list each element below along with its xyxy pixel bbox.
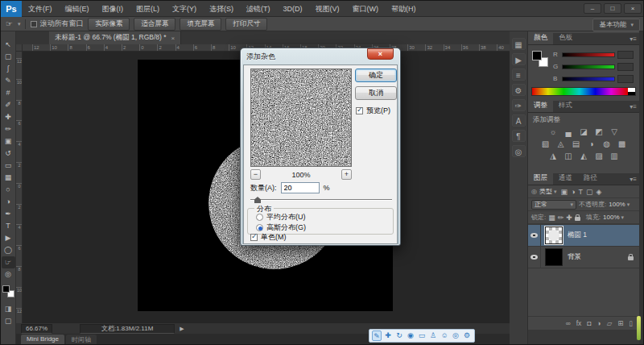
shirt-icon[interactable]: ♙ xyxy=(428,330,438,341)
shape-tool[interactable]: ◯ xyxy=(2,244,15,256)
adjustment-layer-icon[interactable]: ◑ xyxy=(597,319,601,327)
menu-item-视图(V)[interactable]: 视图(V) xyxy=(309,1,346,17)
fill-dropdown[interactable]: 100% ▾ xyxy=(603,214,624,221)
visibility-toggle[interactable] xyxy=(528,225,541,246)
dialog-titlebar[interactable]: 添加杂色 × xyxy=(243,51,398,64)
slider-track[interactable] xyxy=(250,199,392,201)
close-button[interactable]: × xyxy=(624,3,642,14)
marquee-tool[interactable]: ▢ xyxy=(2,51,15,63)
slider-value-box[interactable] xyxy=(617,75,634,83)
link-layers-icon[interactable]: ∞ xyxy=(566,319,571,327)
preview-checkbox[interactable]: ✓ 预览(P) xyxy=(356,106,390,116)
amount-input[interactable] xyxy=(281,182,320,193)
blend-mode-dropdown[interactable]: 正常 ▾ xyxy=(531,200,576,210)
option-button-打印尺寸[interactable]: 打印尺寸 xyxy=(225,18,267,31)
foreground-color-swatch[interactable] xyxy=(532,51,542,60)
adjustment-icon[interactable]: ▤ xyxy=(570,139,582,149)
slider-track[interactable] xyxy=(562,77,615,81)
filter-icon[interactable]: T xyxy=(578,188,583,196)
checkbox-box[interactable]: ✓ xyxy=(356,107,363,114)
panel-menu-icon[interactable]: ▾≡ xyxy=(630,35,637,43)
zoom-level-field[interactable]: 66.67% xyxy=(21,324,52,334)
properties-panel-icon[interactable]: ⚙ xyxy=(512,84,526,96)
tab-adjustments[interactable]: 调整 xyxy=(528,99,553,112)
pen-annotate-icon[interactable]: ✎ xyxy=(372,330,382,341)
history-brush-tool[interactable]: ↺ xyxy=(2,148,15,160)
slider-thumb[interactable] xyxy=(254,197,261,203)
eye-icon[interactable]: ◉ xyxy=(406,330,415,341)
slider-track[interactable] xyxy=(562,52,615,57)
adjustment-icon[interactable]: ◫ xyxy=(563,151,575,161)
tab-styles[interactable]: 样式 xyxy=(553,99,578,112)
noise-preview[interactable] xyxy=(250,69,352,167)
bottom-tab-Mini Bridge[interactable]: Mini Bridge xyxy=(21,335,64,345)
visibility-toggle[interactable] xyxy=(528,247,541,268)
layer-row[interactable]: 背景 xyxy=(528,247,639,268)
status-menu-arrow-icon[interactable]: ▶ xyxy=(180,326,184,332)
ok-button[interactable]: 确定 xyxy=(355,69,397,82)
crop-tool[interactable]: # xyxy=(2,87,15,99)
foreground-background-swatches[interactable] xyxy=(2,285,14,297)
checkbox-box[interactable]: ✓ xyxy=(250,234,258,241)
option-button-填充屏幕[interactable]: 填充屏幕 xyxy=(180,18,221,31)
monochromatic-checkbox[interactable]: ✓ 单色(M) xyxy=(250,232,287,243)
path-selection-tool[interactable]: ▶ xyxy=(2,232,15,244)
clone-source-panel-icon[interactable]: ◎ xyxy=(512,145,526,157)
checkbox-box[interactable] xyxy=(31,21,37,27)
adjustment-icon[interactable]: ◩ xyxy=(593,127,605,137)
settings-icon[interactable]: ⚙ xyxy=(462,330,472,341)
tab-color[interactable]: 颜色 xyxy=(528,31,553,44)
hand-tool[interactable]: ☞ xyxy=(2,256,15,268)
slider-track[interactable] xyxy=(562,64,615,69)
tab-swatches[interactable]: 色板 xyxy=(553,31,578,44)
tab-layers[interactable]: 图层 xyxy=(528,172,553,185)
eraser-tool[interactable]: ▭ xyxy=(2,160,15,172)
adjustment-icon[interactable]: ◮ xyxy=(547,151,559,161)
cancel-button[interactable]: 取消 xyxy=(355,86,397,100)
preview-zoom-out-button[interactable]: − xyxy=(250,169,261,180)
uniform-distribution-radio[interactable]: 平均分布(U) xyxy=(256,212,306,222)
screen-mode-icon[interactable]: ▢ xyxy=(2,315,15,327)
adjustment-icon[interactable]: ▄ xyxy=(563,127,575,137)
menu-item-文字(Y)[interactable]: 文字(Y) xyxy=(166,1,203,17)
adjustment-icon[interactable]: ☼ xyxy=(547,127,559,137)
rotate-icon[interactable]: ↻ xyxy=(394,330,404,341)
panel-menu-icon[interactable]: ▾≡ xyxy=(630,176,637,183)
move-tool[interactable]: ↖ xyxy=(2,39,15,51)
layer-row[interactable]: 椭圆 1 xyxy=(528,225,639,247)
menu-item-3D(D)[interactable]: 3D(D) xyxy=(277,1,309,17)
preview-zoom-in-button[interactable]: + xyxy=(341,169,352,180)
option-button-实际像素[interactable]: 实际像素 xyxy=(88,18,130,31)
adjustment-icon[interactable]: ▽ xyxy=(609,127,621,137)
menu-item-图像(I)[interactable]: 图像(I) xyxy=(96,1,130,17)
new-layer-icon[interactable]: ⊞ xyxy=(617,319,623,327)
paragraph-panel-icon[interactable]: ¶ xyxy=(512,130,526,142)
adjustment-icon[interactable]: ◪ xyxy=(578,127,590,137)
blur-tool[interactable]: ○ xyxy=(2,184,15,196)
menu-item-编辑(E)[interactable]: 编辑(E) xyxy=(59,1,96,17)
filter-type-dropdown[interactable]: 类型 ▾ xyxy=(539,187,557,196)
spectrum-end-swatches[interactable] xyxy=(628,88,635,95)
dialog-close-button[interactable]: × xyxy=(367,48,394,60)
lock-all-icon[interactable] xyxy=(575,217,580,221)
zoom-tool[interactable]: ◎ xyxy=(2,268,15,281)
type-tool[interactable]: T xyxy=(2,220,15,232)
filter-icon[interactable]: ▢ xyxy=(586,188,593,196)
layer-style-icon[interactable]: fx xyxy=(576,319,582,327)
radio-selected-icon[interactable] xyxy=(256,224,263,231)
slider-value-box[interactable] xyxy=(617,63,634,71)
filter-icon[interactable]: ▣ xyxy=(561,188,568,196)
filter-icon[interactable]: ◑ xyxy=(571,188,575,196)
scroll-indicator[interactable] xyxy=(637,316,641,340)
tab-paths[interactable]: 路径 xyxy=(578,172,603,185)
menu-item-窗口(W)[interactable]: 窗口(W) xyxy=(346,1,386,17)
foreground-background-swatches[interactable] xyxy=(532,51,548,67)
menu-item-文件(F)[interactable]: 文件(F) xyxy=(22,1,59,17)
close-tab-icon[interactable]: × xyxy=(171,35,175,42)
adjustment-icon[interactable]: ▥ xyxy=(609,151,621,161)
dodge-tool[interactable]: ◑ xyxy=(2,196,15,208)
new-group-icon[interactable]: ▱ xyxy=(607,319,613,327)
restore-button[interactable]: □ xyxy=(604,3,621,14)
tab-channels[interactable]: 通道 xyxy=(553,172,578,185)
adjustment-icon[interactable]: ◬ xyxy=(555,139,567,149)
